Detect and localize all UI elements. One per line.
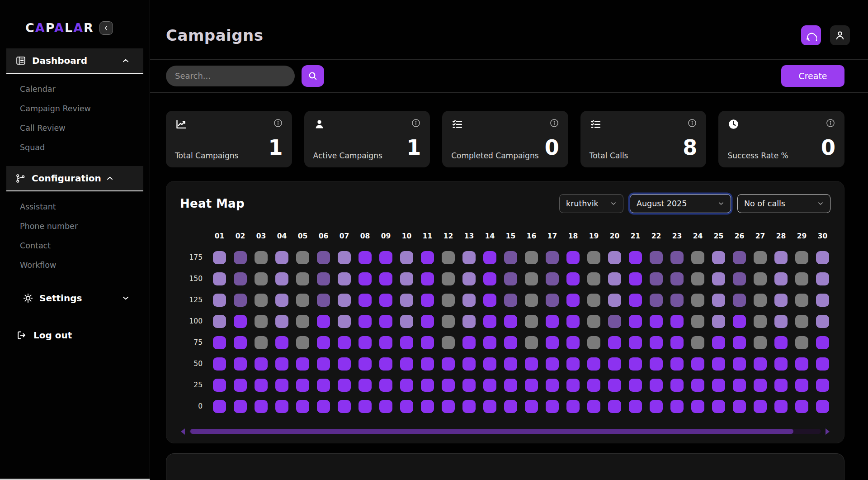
sidebar-item-phone-number[interactable]: Phone number	[20, 222, 150, 231]
person-icon	[834, 29, 846, 41]
heatmap-row-label: 100	[189, 317, 205, 325]
sidebar-item-workflow[interactable]: Workflow	[20, 261, 150, 270]
search-button[interactable]	[302, 65, 324, 87]
heatmap-col-label: 02	[236, 232, 245, 240]
chevron-up-icon	[105, 173, 115, 183]
heatmap-cell	[733, 379, 746, 392]
stat-card-bottom: Success Rate %0	[727, 139, 835, 160]
heatmap-cell	[670, 400, 684, 413]
info-icon[interactable]	[273, 118, 283, 128]
heatmap-filter-kruthvik[interactable]: kruthvik	[559, 194, 623, 213]
heatmap-cell	[255, 251, 268, 264]
chat-button[interactable]	[801, 25, 821, 45]
heatmap-cell	[483, 336, 496, 349]
heatmap-cell	[525, 315, 538, 328]
heatmap-cell	[816, 379, 829, 392]
logout-label: Log out	[33, 330, 72, 341]
heatmap-cell	[213, 336, 226, 349]
heatmap-cell	[754, 251, 767, 264]
heatmap-cell	[608, 379, 621, 392]
heatmap-filters: kruthvikAugust 2025No of calls	[559, 194, 830, 213]
heatmap-cell	[546, 294, 559, 307]
heatmap-col-label: 20	[610, 232, 620, 240]
heatmap-col-label: 19	[589, 232, 599, 240]
heatmap-cell	[670, 272, 684, 285]
sidebar-item-calendar[interactable]: Calendar	[20, 85, 150, 94]
sidebar-section-dashboard[interactable]: Dashboard	[6, 48, 143, 74]
info-icon[interactable]	[687, 118, 697, 128]
info-icon[interactable]	[549, 118, 559, 128]
heatmap-cell	[421, 400, 434, 413]
scrollbar-thumb[interactable]	[190, 429, 793, 434]
heatmap-cell	[421, 379, 434, 392]
scroll-right-arrow-icon[interactable]	[826, 428, 830, 435]
sidebar-item-contact[interactable]: Contact	[20, 241, 150, 251]
heatmap-filter-no-of-calls[interactable]: No of calls	[737, 194, 830, 213]
heatmap-cell	[359, 272, 372, 285]
scrollbar-track[interactable]	[189, 429, 821, 434]
heatmap-cell	[546, 357, 559, 371]
stat-card-top	[451, 118, 559, 130]
create-button[interactable]: Create	[781, 65, 844, 87]
info-icon[interactable]	[411, 118, 421, 128]
heatmap-cell	[525, 251, 538, 264]
heatmap-cell	[670, 336, 684, 349]
sidebar-sublist: CalendarCampaign ReviewCall ReviewSquad	[0, 85, 150, 152]
section-label: Dashboard	[32, 55, 87, 66]
heatmap-cell	[774, 336, 788, 349]
heatmap-cell	[442, 379, 455, 392]
sidebar-item-call-review[interactable]: Call Review	[20, 124, 150, 133]
heatmap-cell	[296, 357, 309, 371]
heatmap-col-label: 27	[755, 232, 765, 240]
heatmap-cell	[691, 379, 704, 392]
heatmap-cell	[650, 336, 663, 349]
heatmap-cell	[712, 379, 725, 392]
sidebar-item-assistant[interactable]: Assistant	[20, 202, 150, 212]
heatmap-cell	[317, 357, 330, 371]
sidebar-item-campaign-review[interactable]: Campaign Review	[20, 104, 150, 114]
logout-button[interactable]: Log out	[16, 330, 133, 341]
chevron-down-icon	[121, 293, 134, 303]
heatmap-cell	[650, 357, 663, 371]
heatmap-cell	[255, 315, 268, 328]
info-icon[interactable]	[826, 118, 835, 128]
logo-letter: R	[84, 21, 94, 35]
stats-row: Total Campaigns1Active Campaigns1Complet…	[150, 93, 868, 167]
sidebar-collapse-button[interactable]	[99, 21, 113, 35]
heatmap-cell	[546, 379, 559, 392]
heatmap-col-label: 08	[360, 232, 370, 240]
heatmap-horizontal-scrollbar[interactable]	[180, 428, 830, 435]
profile-button[interactable]	[830, 25, 850, 45]
sidebar-item-squad[interactable]: Squad	[20, 143, 150, 152]
search-input[interactable]	[166, 66, 295, 86]
filter-value: No of calls	[744, 199, 785, 208]
stat-label: Active Campaigns	[313, 151, 382, 160]
heatmap-cell	[504, 400, 517, 413]
heatmap-cell	[774, 357, 788, 371]
heatmap-cell	[670, 379, 684, 392]
heatmap-cell	[587, 400, 600, 413]
heatmap-cell	[504, 251, 517, 264]
heatmap-col-label: 01	[215, 232, 225, 240]
heatmap-cell	[733, 315, 746, 328]
heatmap-cell	[275, 379, 288, 392]
sidebar-section-settings[interactable]: Settings	[6, 291, 143, 305]
heatmap-cell	[234, 400, 247, 413]
heatmap-col-label: 21	[631, 232, 641, 240]
stat-label: Total Campaigns	[175, 151, 238, 160]
heatmap-cell	[483, 272, 496, 285]
heatmap-cell	[629, 400, 642, 413]
heatmap-cell	[587, 251, 600, 264]
heatmap-cell	[400, 336, 413, 349]
heatmap-cell	[255, 379, 268, 392]
heatmap-cell	[317, 294, 330, 307]
heatmap-filter-august-2025[interactable]: August 2025	[630, 194, 731, 213]
page-title: Campaigns	[166, 26, 264, 44]
heatmap-cell	[712, 336, 725, 349]
scroll-left-arrow-icon[interactable]	[181, 428, 185, 435]
heatmap-cell	[400, 315, 413, 328]
gear-icon	[23, 293, 33, 304]
heatmap-cell	[255, 336, 268, 349]
heatmap-col-label: 03	[256, 232, 266, 240]
sidebar-section-configuration[interactable]: Configuration	[6, 166, 143, 191]
